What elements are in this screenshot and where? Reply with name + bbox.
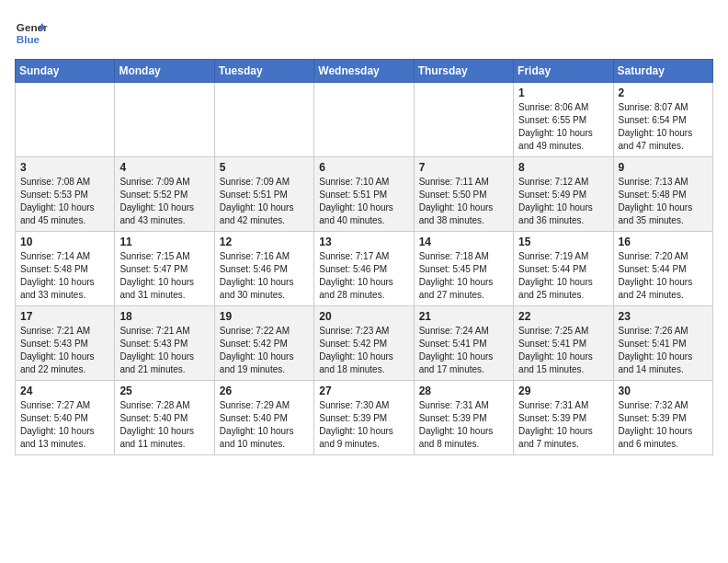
calendar-day-cell: 8Sunrise: 7:12 AM Sunset: 5:49 PM Daylig…	[514, 157, 613, 232]
calendar-week-row: 10Sunrise: 7:14 AM Sunset: 5:48 PM Dayli…	[16, 232, 713, 306]
day-number: 6	[319, 161, 408, 174]
day-number: 29	[518, 385, 608, 397]
day-number: 3	[20, 161, 109, 174]
day-number: 28	[419, 385, 508, 397]
weekday-header-wednesday: Wednesday	[314, 60, 414, 83]
day-info: Sunrise: 7:11 AM Sunset: 5:50 PM Dayligh…	[419, 176, 508, 227]
weekday-header-thursday: Thursday	[414, 60, 513, 83]
calendar-day-cell: 14Sunrise: 7:18 AM Sunset: 5:45 PM Dayli…	[414, 232, 513, 306]
day-number: 13	[319, 236, 408, 248]
calendar-day-cell: 29Sunrise: 7:31 AM Sunset: 5:39 PM Dayli…	[514, 381, 613, 455]
calendar-day-cell	[214, 83, 313, 157]
day-info: Sunrise: 7:18 AM Sunset: 5:45 PM Dayligh…	[419, 250, 508, 302]
weekday-header-monday: Monday	[115, 60, 214, 83]
calendar-day-cell: 18Sunrise: 7:21 AM Sunset: 5:43 PM Dayli…	[115, 306, 214, 381]
day-number: 23	[619, 310, 708, 323]
calendar-day-cell: 17Sunrise: 7:21 AM Sunset: 5:43 PM Dayli…	[16, 306, 115, 381]
day-info: Sunrise: 7:09 AM Sunset: 5:52 PM Dayligh…	[119, 176, 209, 227]
day-number: 15	[518, 236, 608, 248]
weekday-header-sunday: Sunday	[16, 60, 115, 83]
calendar-day-cell: 4Sunrise: 7:09 AM Sunset: 5:52 PM Daylig…	[115, 157, 214, 232]
day-number: 22	[518, 310, 608, 323]
day-number: 19	[220, 310, 309, 323]
day-info: Sunrise: 7:24 AM Sunset: 5:41 PM Dayligh…	[419, 325, 508, 376]
day-number: 25	[119, 385, 209, 397]
day-info: Sunrise: 7:21 AM Sunset: 5:43 PM Dayligh…	[20, 325, 109, 376]
day-info: Sunrise: 7:28 AM Sunset: 5:40 PM Dayligh…	[119, 399, 209, 451]
calendar-day-cell: 30Sunrise: 7:32 AM Sunset: 5:39 PM Dayli…	[613, 381, 712, 455]
day-info: Sunrise: 7:30 AM Sunset: 5:39 PM Dayligh…	[319, 399, 408, 451]
calendar-week-row: 1Sunrise: 8:06 AM Sunset: 6:55 PM Daylig…	[16, 83, 713, 157]
weekday-header-saturday: Saturday	[613, 60, 712, 83]
calendar-day-cell: 27Sunrise: 7:30 AM Sunset: 5:39 PM Dayli…	[314, 381, 414, 455]
weekday-header-tuesday: Tuesday	[214, 60, 313, 83]
day-info: Sunrise: 7:13 AM Sunset: 5:48 PM Dayligh…	[619, 176, 708, 227]
calendar-day-cell: 3Sunrise: 7:08 AM Sunset: 5:53 PM Daylig…	[16, 157, 115, 232]
day-number: 7	[419, 161, 508, 174]
calendar-day-cell: 26Sunrise: 7:29 AM Sunset: 5:40 PM Dayli…	[214, 381, 313, 455]
day-number: 10	[20, 236, 109, 248]
calendar-day-cell: 7Sunrise: 7:11 AM Sunset: 5:50 PM Daylig…	[414, 157, 513, 232]
calendar-day-cell	[16, 83, 115, 157]
calendar-day-cell: 16Sunrise: 7:20 AM Sunset: 5:44 PM Dayli…	[613, 232, 712, 306]
calendar-day-cell: 1Sunrise: 8:06 AM Sunset: 6:55 PM Daylig…	[514, 83, 613, 157]
logo: General Blue	[15, 15, 48, 48]
day-info: Sunrise: 8:06 AM Sunset: 6:55 PM Dayligh…	[518, 101, 608, 153]
svg-text:Blue: Blue	[17, 33, 40, 45]
day-number: 8	[518, 161, 608, 174]
day-number: 30	[619, 385, 708, 397]
calendar-day-cell: 23Sunrise: 7:26 AM Sunset: 5:41 PM Dayli…	[613, 306, 712, 381]
day-number: 16	[619, 236, 708, 248]
calendar-day-cell: 10Sunrise: 7:14 AM Sunset: 5:48 PM Dayli…	[16, 232, 115, 306]
logo-icon: General Blue	[15, 15, 48, 48]
calendar-day-cell	[314, 83, 414, 157]
day-number: 18	[119, 310, 209, 323]
day-info: Sunrise: 7:32 AM Sunset: 5:39 PM Dayligh…	[619, 399, 708, 451]
day-info: Sunrise: 7:26 AM Sunset: 5:41 PM Dayligh…	[619, 325, 708, 376]
day-info: Sunrise: 7:15 AM Sunset: 5:47 PM Dayligh…	[119, 250, 209, 302]
calendar-day-cell: 22Sunrise: 7:25 AM Sunset: 5:41 PM Dayli…	[514, 306, 613, 381]
day-number: 1	[518, 86, 608, 99]
day-number: 14	[419, 236, 508, 248]
day-number: 2	[619, 86, 708, 99]
day-info: Sunrise: 7:27 AM Sunset: 5:40 PM Dayligh…	[20, 399, 109, 451]
calendar-day-cell: 5Sunrise: 7:09 AM Sunset: 5:51 PM Daylig…	[214, 157, 313, 232]
day-info: Sunrise: 7:22 AM Sunset: 5:42 PM Dayligh…	[220, 325, 309, 376]
calendar-day-cell: 11Sunrise: 7:15 AM Sunset: 5:47 PM Dayli…	[115, 232, 214, 306]
day-info: Sunrise: 8:07 AM Sunset: 6:54 PM Dayligh…	[619, 101, 708, 153]
day-info: Sunrise: 7:19 AM Sunset: 5:44 PM Dayligh…	[518, 250, 608, 302]
page-header: General Blue	[15, 15, 713, 48]
calendar-week-row: 24Sunrise: 7:27 AM Sunset: 5:40 PM Dayli…	[16, 381, 713, 455]
calendar-day-cell: 13Sunrise: 7:17 AM Sunset: 5:46 PM Dayli…	[314, 232, 414, 306]
day-info: Sunrise: 7:20 AM Sunset: 5:44 PM Dayligh…	[619, 250, 708, 302]
day-info: Sunrise: 7:14 AM Sunset: 5:48 PM Dayligh…	[20, 250, 109, 302]
day-number: 4	[119, 161, 209, 174]
day-number: 27	[319, 385, 408, 397]
calendar-table: SundayMondayTuesdayWednesdayThursdayFrid…	[15, 59, 713, 455]
calendar-day-cell: 6Sunrise: 7:10 AM Sunset: 5:51 PM Daylig…	[314, 157, 414, 232]
calendar-header-row: SundayMondayTuesdayWednesdayThursdayFrid…	[16, 60, 713, 83]
calendar-day-cell: 2Sunrise: 8:07 AM Sunset: 6:54 PM Daylig…	[613, 83, 712, 157]
calendar-day-cell	[115, 83, 214, 157]
day-info: Sunrise: 7:23 AM Sunset: 5:42 PM Dayligh…	[319, 325, 408, 376]
calendar-day-cell: 15Sunrise: 7:19 AM Sunset: 5:44 PM Dayli…	[514, 232, 613, 306]
day-info: Sunrise: 7:16 AM Sunset: 5:46 PM Dayligh…	[220, 250, 309, 302]
calendar-week-row: 3Sunrise: 7:08 AM Sunset: 5:53 PM Daylig…	[16, 157, 713, 232]
day-number: 26	[220, 385, 309, 397]
calendar-day-cell: 25Sunrise: 7:28 AM Sunset: 5:40 PM Dayli…	[115, 381, 214, 455]
day-number: 12	[220, 236, 309, 248]
weekday-header-friday: Friday	[514, 60, 613, 83]
calendar-day-cell: 12Sunrise: 7:16 AM Sunset: 5:46 PM Dayli…	[214, 232, 313, 306]
day-number: 21	[419, 310, 508, 323]
calendar-week-row: 17Sunrise: 7:21 AM Sunset: 5:43 PM Dayli…	[16, 306, 713, 381]
day-info: Sunrise: 7:21 AM Sunset: 5:43 PM Dayligh…	[119, 325, 209, 376]
day-number: 5	[220, 161, 309, 174]
day-info: Sunrise: 7:29 AM Sunset: 5:40 PM Dayligh…	[220, 399, 309, 451]
calendar-day-cell	[414, 83, 513, 157]
day-info: Sunrise: 7:10 AM Sunset: 5:51 PM Dayligh…	[319, 176, 408, 227]
day-info: Sunrise: 7:09 AM Sunset: 5:51 PM Dayligh…	[220, 176, 309, 227]
calendar-day-cell: 24Sunrise: 7:27 AM Sunset: 5:40 PM Dayli…	[16, 381, 115, 455]
day-info: Sunrise: 7:31 AM Sunset: 5:39 PM Dayligh…	[518, 399, 608, 451]
calendar-day-cell: 21Sunrise: 7:24 AM Sunset: 5:41 PM Dayli…	[414, 306, 513, 381]
day-number: 24	[20, 385, 109, 397]
